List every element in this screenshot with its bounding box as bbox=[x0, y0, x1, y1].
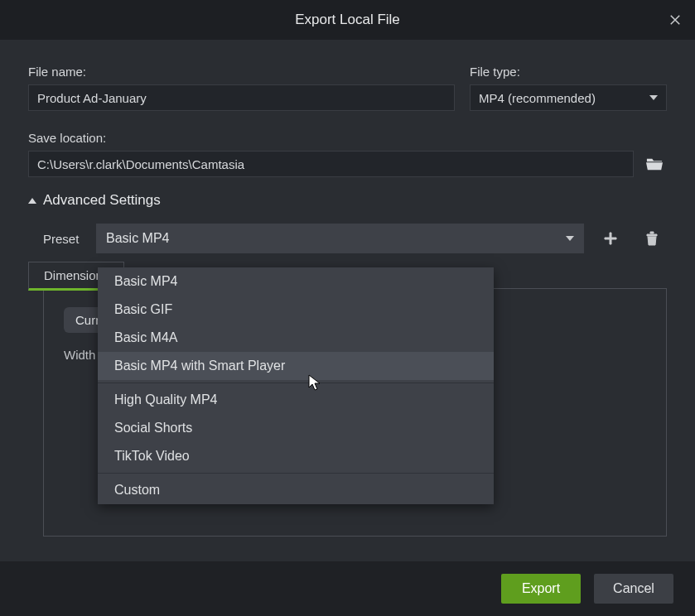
plus-icon bbox=[603, 231, 618, 246]
preset-option[interactable]: Basic GIF bbox=[98, 296, 494, 324]
titlebar: Export Local File bbox=[0, 0, 695, 40]
preset-select[interactable]: Basic MP4 bbox=[96, 224, 584, 253]
chevron-down-icon bbox=[566, 236, 574, 241]
filename-input[interactable] bbox=[28, 84, 455, 111]
dropdown-separator bbox=[98, 383, 494, 383]
savelocation-input[interactable] bbox=[28, 151, 634, 177]
preset-option[interactable]: Basic MP4 with Smart Player bbox=[98, 352, 494, 380]
chevron-down-icon bbox=[649, 95, 658, 100]
filename-label: File name: bbox=[28, 65, 455, 79]
preset-option[interactable]: Social Shorts bbox=[98, 414, 494, 442]
preset-option[interactable]: Basic MP4 bbox=[98, 267, 494, 296]
preset-option[interactable]: Custom bbox=[98, 476, 494, 504]
dropdown-separator bbox=[98, 473, 494, 474]
advanced-settings-toggle[interactable]: Advanced Settings bbox=[28, 192, 667, 209]
filetype-select[interactable]: MP4 (recommended) bbox=[470, 84, 667, 111]
preset-value: Basic MP4 bbox=[106, 231, 169, 246]
preset-option[interactable]: TikTok Video bbox=[98, 442, 494, 470]
filetype-value: MP4 (recommended) bbox=[479, 91, 596, 105]
dialog-footer: Export Cancel bbox=[0, 561, 695, 616]
savelocation-label: Save location: bbox=[28, 131, 634, 145]
preset-option[interactable]: Basic M4A bbox=[98, 324, 494, 352]
trash-icon bbox=[645, 231, 659, 246]
dialog-title: Export Local File bbox=[295, 12, 400, 28]
chevron-up-icon bbox=[28, 198, 36, 204]
preset-option[interactable]: High Quality MP4 bbox=[98, 386, 494, 414]
export-button[interactable]: Export bbox=[501, 574, 581, 604]
cancel-button[interactable]: Cancel bbox=[594, 574, 673, 604]
add-preset-button[interactable] bbox=[596, 224, 625, 253]
preset-label: Preset bbox=[43, 232, 84, 246]
folder-icon bbox=[645, 156, 664, 172]
close-button[interactable] bbox=[665, 10, 685, 30]
delete-preset-button[interactable] bbox=[637, 224, 667, 253]
browse-folder-button[interactable] bbox=[642, 152, 667, 176]
preset-dropdown: Basic MP4Basic GIFBasic M4ABasic MP4 wit… bbox=[98, 267, 494, 504]
filetype-label: File type: bbox=[470, 65, 667, 79]
advanced-settings-label: Advanced Settings bbox=[43, 192, 161, 209]
close-icon bbox=[668, 12, 683, 27]
